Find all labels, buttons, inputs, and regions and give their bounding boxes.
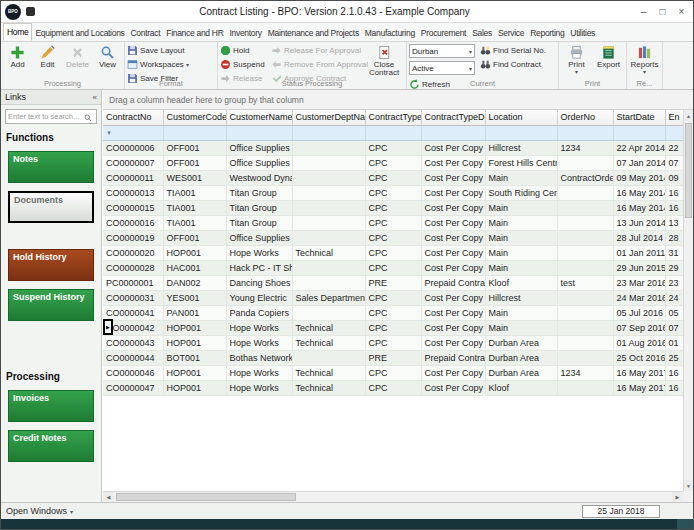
filter-cell[interactable] (485, 125, 557, 140)
table-cell[interactable]: 16 May 2017 (613, 380, 665, 395)
reports-button[interactable]: Reports ▾ (629, 44, 660, 76)
table-cell[interactable]: PAN001 (163, 305, 226, 320)
sidebar-item-credit-notes[interactable]: Credit Notes (8, 430, 94, 462)
filter-cell[interactable] (557, 125, 613, 140)
table-cell[interactable]: Young Electric (226, 290, 292, 305)
table-cell[interactable] (557, 290, 613, 305)
table-cell[interactable]: Office Supplies Unli... (226, 230, 292, 245)
table-cell[interactable]: Titan Group (226, 215, 292, 230)
table-cell[interactable]: CO0000041 (103, 305, 163, 320)
table-cell[interactable] (557, 260, 613, 275)
table-cell[interactable]: CPC (365, 320, 421, 335)
table-cell[interactable]: HOP001 (163, 335, 226, 350)
table-cell[interactable]: Office Supplies Unli... (226, 155, 292, 170)
table-cell[interactable]: test (557, 275, 613, 290)
close-button[interactable]: × (672, 4, 691, 20)
table-cell[interactable] (557, 185, 613, 200)
table-cell[interactable]: OFF001 (163, 140, 226, 155)
table-cell[interactable]: CO0000044 (103, 350, 163, 365)
table-cell[interactable]: TIA001 (163, 185, 226, 200)
column-header-customername[interactable]: CustomerName (226, 110, 292, 125)
tab-maintenance-and-projects[interactable]: Maintenance and Projects (265, 25, 362, 41)
collapse-sidebar-icon[interactable]: « (93, 93, 97, 102)
table-cell[interactable]: 16 (665, 380, 683, 395)
table-cell[interactable]: Main (485, 170, 557, 185)
table-cell[interactable]: PRE (365, 350, 421, 365)
table-cell[interactable] (292, 215, 365, 230)
scroll-up-icon[interactable]: ▲ (684, 110, 693, 121)
table-cell[interactable]: Office Supplies Unli... (226, 140, 292, 155)
table-cell[interactable]: CPC (365, 170, 421, 185)
table-cell[interactable]: Hope Works (226, 245, 292, 260)
table-cell[interactable]: Technical (292, 365, 365, 380)
table-cell[interactable]: 24 (665, 290, 683, 305)
edit-button[interactable]: Edit (33, 44, 62, 69)
table-cell[interactable]: 31 (665, 245, 683, 260)
table-cell[interactable]: CO0000031 (103, 290, 163, 305)
table-cell[interactable]: Durban Area (485, 350, 557, 365)
workspaces-button[interactable]: Workspaces ▾ (127, 58, 215, 70)
column-header-location[interactable]: Location (485, 110, 557, 125)
delete-button[interactable]: Delete (63, 44, 92, 69)
vertical-scroll-thumb[interactable] (685, 123, 692, 218)
table-cell[interactable]: CO0000006 (103, 140, 163, 155)
table-cell[interactable] (557, 350, 613, 365)
tab-utilities[interactable]: Utilities (567, 25, 598, 41)
table-cell[interactable]: 25 (665, 350, 683, 365)
table-cell[interactable]: Hope Works (226, 365, 292, 380)
table-cell[interactable]: Titan Group (226, 185, 292, 200)
maximize-button[interactable]: □ (653, 4, 672, 20)
sidebar-item-notes[interactable]: Notes (8, 151, 94, 183)
sidebar-item-suspend-history[interactable]: Suspend History (8, 289, 94, 321)
table-row[interactable]: CO0000041PAN001Panda CopiersCPCCost Per … (103, 305, 683, 320)
table-cell[interactable]: CO0000007 (103, 155, 163, 170)
filter-cell[interactable] (163, 125, 226, 140)
sidebar-item-hold-history[interactable]: Hold History (8, 249, 94, 281)
tab-finance-and-hr[interactable]: Finance and HR (163, 25, 226, 41)
filter-cell[interactable] (613, 125, 665, 140)
table-row[interactable]: CO0000028HAC001Hack PC - IT ShopCPCCost … (103, 260, 683, 275)
remove-from-approval-button[interactable]: Remove From Approval (271, 58, 363, 70)
table-cell[interactable]: Technical (292, 320, 365, 335)
open-windows-button[interactable]: Open Windows ▾ (6, 506, 73, 516)
table-cell[interactable]: Cost Per Copy (421, 155, 485, 170)
table-cell[interactable]: 05 (665, 305, 683, 320)
release-for-approval-button[interactable]: Release For Approval (271, 44, 363, 56)
table-cell[interactable]: 09 (665, 170, 683, 185)
table-cell[interactable]: 01 Jan 2011 (613, 245, 665, 260)
table-cell[interactable]: Prepaid Contract (421, 275, 485, 290)
table-row[interactable]: CO0000042HOP001Hope WorksTechnicalCPCCos… (103, 320, 683, 335)
table-cell[interactable]: Hack PC - IT Shop (226, 260, 292, 275)
table-cell[interactable]: 1234 (557, 140, 613, 155)
filter-cell[interactable] (421, 125, 485, 140)
tab-procurement[interactable]: Procurement (418, 25, 469, 41)
table-row[interactable]: PC0000001DAN002Dancing ShoesPREPrepaid C… (103, 275, 683, 290)
table-cell[interactable]: HOP001 (163, 320, 226, 335)
table-row[interactable]: CO0000013TIA001Titan GroupCPCCost Per Co… (103, 185, 683, 200)
table-cell[interactable]: Kloof (485, 275, 557, 290)
table-cell[interactable]: CPC (365, 290, 421, 305)
filter-cell[interactable] (365, 125, 421, 140)
suspend-button[interactable]: Suspend (220, 58, 270, 70)
table-cell[interactable] (557, 335, 613, 350)
table-cell[interactable]: HOP001 (163, 365, 226, 380)
filter-cell[interactable] (226, 125, 292, 140)
table-row[interactable]: CO0000044BOT001Bothas Networking...PREPr… (103, 350, 683, 365)
table-cell[interactable]: Cost Per Copy (421, 305, 485, 320)
table-cell[interactable] (557, 230, 613, 245)
table-cell[interactable]: TIA001 (163, 215, 226, 230)
table-row[interactable]: CO0000043HOP001Hope WorksTechnicalCPCCos… (103, 335, 683, 350)
table-cell[interactable] (557, 245, 613, 260)
quick-access-icon[interactable] (26, 7, 35, 16)
table-cell[interactable]: Prepaid Contract (421, 350, 485, 365)
column-header-contracttype[interactable]: ContractType (365, 110, 421, 125)
table-cell[interactable] (557, 380, 613, 395)
table-cell[interactable]: 16 May 2014 (613, 185, 665, 200)
print-button[interactable]: Print ▾ (561, 44, 592, 76)
table-cell[interactable]: 16 May 2017 (613, 365, 665, 380)
horizontal-scrollbar[interactable]: ◀ ▶ (103, 491, 683, 502)
table-cell[interactable]: 16 (665, 185, 683, 200)
add-button[interactable]: Add (3, 44, 32, 69)
table-cell[interactable]: Main (485, 200, 557, 215)
table-cell[interactable]: CO0000015 (103, 200, 163, 215)
